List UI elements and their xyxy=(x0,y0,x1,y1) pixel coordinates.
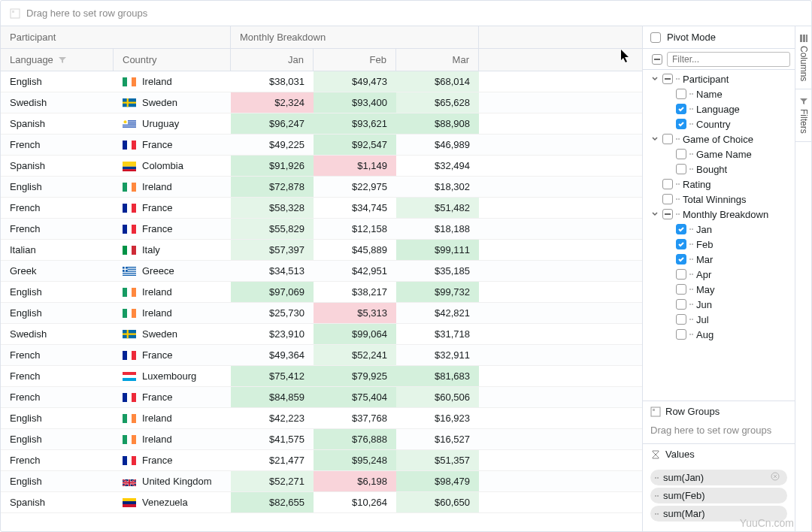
cell-jan[interactable]: $84,859 xyxy=(231,387,314,407)
table-row[interactable]: FrenchLuxembourg$75,412$79,925$81,683 xyxy=(1,366,642,387)
cell-jan[interactable]: $72,878 xyxy=(231,177,314,197)
cell-mar[interactable]: $16,923 xyxy=(396,408,479,428)
cell-mar[interactable]: $16,527 xyxy=(396,429,479,449)
cell-language[interactable]: Spanish xyxy=(1,492,114,512)
table-row[interactable]: FrenchFrance$49,225$92,547$46,989 xyxy=(1,135,642,156)
checkbox[interactable] xyxy=(676,314,686,325)
cell-language[interactable]: Italian xyxy=(1,240,114,260)
column-tree-item[interactable]: Apr xyxy=(643,267,795,282)
cell-mar[interactable]: $32,494 xyxy=(396,156,479,176)
column-header-mar[interactable]: Mar xyxy=(396,49,479,71)
column-tree[interactable]: ParticipantNameLanguageCountryGame of Ch… xyxy=(643,70,795,401)
pivot-checkbox[interactable] xyxy=(650,32,661,43)
column-group-monthly[interactable]: Monthly Breakdown xyxy=(231,26,479,48)
cell-feb[interactable]: $92,547 xyxy=(314,135,396,155)
column-tree-item[interactable]: Mar xyxy=(643,252,795,267)
cell-jan[interactable]: $38,031 xyxy=(231,71,314,92)
checkbox[interactable] xyxy=(662,194,673,204)
cell-mar[interactable]: $46,989 xyxy=(396,135,479,155)
checkbox-checked[interactable] xyxy=(676,224,686,234)
cell-language[interactable]: French xyxy=(1,135,114,155)
cell-jan[interactable]: $55,829 xyxy=(231,219,314,239)
cell-mar[interactable]: $65,628 xyxy=(396,92,479,113)
table-row[interactable]: SpanishVenezuela$82,655$10,264$60,650 xyxy=(1,492,642,513)
cell-country[interactable]: Ireland xyxy=(114,408,231,428)
cell-mar[interactable]: $81,683 xyxy=(396,366,479,386)
cell-feb[interactable]: $38,217 xyxy=(314,282,396,302)
cell-language[interactable]: English xyxy=(1,303,114,323)
column-header-feb[interactable]: Feb xyxy=(314,49,396,71)
cell-language[interactable]: English xyxy=(1,71,114,92)
cell-jan[interactable]: $2,324 xyxy=(231,92,314,113)
cell-mar[interactable]: $42,821 xyxy=(396,303,479,323)
cell-mar[interactable]: $18,188 xyxy=(396,219,479,239)
cell-country[interactable]: United Kingdom xyxy=(114,471,231,491)
cell-country[interactable]: Ireland xyxy=(114,303,231,323)
table-row[interactable]: EnglishIreland$42,223$37,768$16,923 xyxy=(1,408,642,429)
cell-country[interactable]: France xyxy=(114,387,231,407)
cell-language[interactable]: Swedish xyxy=(1,92,114,113)
checkbox[interactable] xyxy=(662,134,673,144)
table-row[interactable]: EnglishUnited Kingdom$52,271$6,198$98,47… xyxy=(1,471,642,492)
cell-feb[interactable]: $5,313 xyxy=(314,303,396,323)
column-tree-item[interactable]: Bought xyxy=(643,162,795,177)
cell-mar[interactable]: $60,650 xyxy=(396,492,479,512)
checkbox[interactable] xyxy=(676,149,686,159)
cell-jan[interactable]: $58,328 xyxy=(231,198,314,218)
cell-jan[interactable]: $42,223 xyxy=(231,408,314,428)
cell-mar[interactable]: $99,732 xyxy=(396,282,479,302)
column-tree-item[interactable]: Jan xyxy=(643,222,795,237)
table-row[interactable]: SpanishColombia$91,926$1,149$32,494 xyxy=(1,156,642,177)
cell-language[interactable]: French xyxy=(1,219,114,239)
cell-language[interactable]: French xyxy=(1,450,114,470)
checkbox[interactable] xyxy=(676,269,686,280)
select-all-checkbox[interactable] xyxy=(652,54,662,65)
column-tree-item[interactable]: Name xyxy=(643,86,795,101)
pivot-mode-toggle[interactable]: Pivot Mode xyxy=(643,26,795,49)
checkbox[interactable] xyxy=(676,299,686,310)
cell-jan[interactable]: $75,412 xyxy=(231,366,314,386)
column-header-language[interactable]: Language xyxy=(1,49,114,71)
table-row[interactable]: FrenchFrance$55,829$12,158$18,188 xyxy=(1,219,642,240)
checkbox[interactable] xyxy=(676,284,686,295)
checkbox[interactable] xyxy=(662,179,673,189)
table-row[interactable]: FrenchFrance$49,364$52,241$32,911 xyxy=(1,345,642,366)
cell-mar[interactable]: $98,479 xyxy=(396,471,479,491)
column-tree-item[interactable]: Country xyxy=(643,116,795,131)
cell-jan[interactable]: $25,730 xyxy=(231,303,314,323)
table-row[interactable]: FrenchFrance$84,859$75,404$60,506 xyxy=(1,387,642,408)
cell-feb[interactable]: $99,064 xyxy=(314,324,396,344)
column-tree-item[interactable]: Game Name xyxy=(643,147,795,162)
cell-language[interactable]: French xyxy=(1,387,114,407)
cell-jan[interactable]: $34,513 xyxy=(231,261,314,281)
cell-language[interactable]: English xyxy=(1,177,114,197)
cell-feb[interactable]: $45,889 xyxy=(314,240,396,260)
cell-country[interactable]: Uruguay xyxy=(114,113,231,134)
cell-mar[interactable]: $31,718 xyxy=(396,324,479,344)
cell-mar[interactable]: $68,014 xyxy=(396,71,479,92)
cell-language[interactable]: Swedish xyxy=(1,324,114,344)
cell-jan[interactable]: $49,364 xyxy=(231,345,314,365)
cell-country[interactable]: Sweden xyxy=(114,92,231,113)
table-row[interactable]: EnglishIreland$38,031$49,473$68,014 xyxy=(1,71,642,92)
table-row[interactable]: SpanishUruguay$96,247$93,621$88,908 xyxy=(1,113,642,135)
checkbox[interactable] xyxy=(676,89,686,99)
checkbox-checked[interactable] xyxy=(676,119,686,129)
column-tree-item[interactable]: May xyxy=(643,282,795,297)
cell-feb[interactable]: $34,745 xyxy=(314,198,396,218)
checkbox-indeterminate[interactable] xyxy=(662,74,673,84)
cell-feb[interactable]: $22,975 xyxy=(314,177,396,197)
cell-language[interactable]: Spanish xyxy=(1,113,114,134)
cell-country[interactable]: Ireland xyxy=(114,429,231,449)
cell-country[interactable]: France xyxy=(114,219,231,239)
cell-feb[interactable]: $6,198 xyxy=(314,471,396,491)
column-tree-item[interactable]: Game of Choice xyxy=(643,131,795,147)
column-tree-item[interactable]: Aug xyxy=(643,327,795,342)
table-row[interactable]: SwedishSweden$23,910$99,064$31,718 xyxy=(1,324,642,345)
cell-mar[interactable]: $18,302 xyxy=(396,177,479,197)
cell-language[interactable]: Greek xyxy=(1,261,114,281)
cell-feb[interactable]: $93,621 xyxy=(314,113,396,134)
cell-jan[interactable]: $21,477 xyxy=(231,450,314,470)
cell-feb[interactable]: $52,241 xyxy=(314,345,396,365)
cell-feb[interactable]: $12,158 xyxy=(314,219,396,239)
